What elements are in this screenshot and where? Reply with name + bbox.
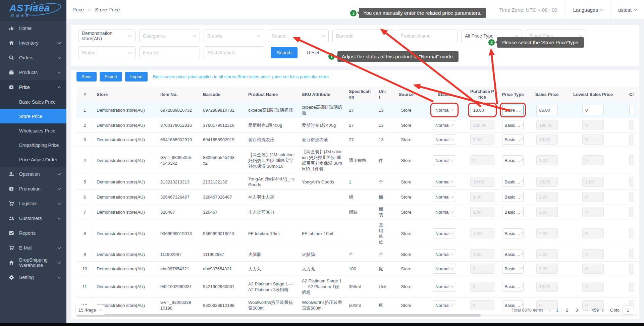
status-select[interactable]: Normal [433, 155, 456, 165]
sales-price-input[interactable]: 1.00 [536, 264, 558, 274]
sidebar-item-inventory[interactable]: Inventory [0, 36, 66, 50]
search-button[interactable]: Search [271, 47, 298, 58]
next-page-button[interactable]: › [602, 307, 604, 313]
page-button-3[interactable]: 3 [573, 308, 580, 313]
status-select[interactable]: Normal [433, 282, 456, 292]
status-select[interactable]: Normal [433, 192, 456, 202]
price-type-select[interactable]: Basic ... [502, 120, 524, 130]
status-select[interactable]: Normal [433, 249, 456, 259]
price-type-select[interactable]: Basic ... [502, 282, 524, 292]
sidebar-item-logistics[interactable]: Logistics [0, 196, 66, 211]
sales-price-input[interactable]: 2.00 [536, 228, 558, 238]
user-menu[interactable]: ustest [610, 0, 644, 19]
sales-price-input[interactable]: 20.00 [536, 177, 558, 187]
save-button[interactable]: Save [76, 72, 97, 82]
price-type-select[interactable]: Basic ... [502, 228, 524, 238]
sales-price-input[interactable]: 2.00 [536, 192, 558, 202]
price-type-select[interactable]: Basic ... [502, 207, 524, 217]
brands-filter[interactable]: Brands [204, 30, 264, 42]
product-name-input[interactable] [400, 33, 454, 39]
status-select[interactable]: Normal [433, 264, 456, 274]
lowest-sales-price-input[interactable]: 1.00 [582, 177, 604, 187]
status-select[interactable]: Normal [433, 120, 456, 130]
sidebar-item-orders[interactable]: Orders [0, 50, 66, 65]
lowest-sales-price-input[interactable]: 0 [582, 249, 604, 259]
prev-page-button[interactable]: ‹ [549, 307, 551, 313]
status-filter[interactable]: Status [78, 46, 136, 59]
export-button[interactable]: Export [100, 72, 122, 82]
lowest-sales-price-input[interactable]: 0 [582, 155, 604, 165]
status-select[interactable]: Normal [433, 207, 456, 217]
sales-price-input[interactable]: 10.00 [536, 282, 558, 292]
page-button-2[interactable]: 2 [564, 308, 570, 313]
lowest-sales-price-input[interactable]: 0 [582, 105, 604, 115]
sidebar-item-customers[interactable]: Customers [0, 211, 66, 226]
purchase-price-input[interactable]: 0 [470, 155, 494, 165]
price-type-select[interactable]: Basic ... [502, 155, 524, 165]
store-filter[interactable]: Demonstration store(AU) [78, 30, 136, 42]
lowest-sales-price-input[interactable]: 0 [582, 134, 604, 145]
breadcrumb-root[interactable]: Price [72, 7, 84, 12]
barcode-input[interactable] [336, 33, 389, 39]
lowest-sales-price-input[interactable]: 0 [582, 264, 604, 274]
categories-filter[interactable]: Categories [139, 30, 200, 42]
sidebar-item-setting[interactable]: Setting [0, 270, 66, 285]
lowest-sales-price-input[interactable]: 0 [582, 282, 604, 292]
price-type-select[interactable]: Basic ... [502, 264, 524, 274]
purchase-price-input[interactable]: 0 [470, 282, 494, 292]
sidebar-item-e-mall[interactable]: E-Mall [0, 240, 66, 255]
sidebar-item-dropshipping-warehouse[interactable]: DropShipping Warehouse [0, 255, 66, 270]
import-button[interactable]: Import [125, 72, 148, 82]
sku-attribute-input[interactable] [204, 46, 264, 59]
goto-page-input[interactable] [623, 305, 633, 315]
page-button-459[interactable]: 459 [591, 308, 599, 313]
barcode-input[interactable] [332, 30, 393, 42]
sidebar-item-home[interactable]: Home [0, 21, 66, 36]
sidebar-subitem-store-price[interactable]: Store Price [0, 109, 66, 123]
status-select[interactable]: Normal [433, 177, 456, 187]
purchase-price-input[interactable]: 1.00 [470, 192, 494, 202]
price-type-select[interactable]: Basic ... [502, 249, 524, 259]
purchase-price-input[interactable]: 10.00 [470, 177, 494, 187]
sidebar-subitem-price-adjust-order[interactable]: Price Adjust Order [0, 152, 66, 167]
sales-price-input[interactable]: 1.00 [536, 155, 558, 165]
purchase-price-input[interactable]: 105.00 [470, 120, 494, 130]
price-type-select[interactable]: Basic ... [502, 134, 524, 145]
sidebar-subitem-dropshipping-price[interactable]: Dropshipping Price [0, 138, 66, 152]
reset-button[interactable]: Reset [301, 47, 325, 58]
source-filter[interactable]: Source [268, 30, 329, 42]
price-type-select[interactable]: Basic ... [502, 192, 524, 202]
purchase-price-input[interactable]: 1.00 [470, 228, 494, 238]
price-type-select[interactable]: Basic ... [502, 177, 524, 187]
price-type-select[interactable]: Store ... [502, 105, 524, 115]
per-page-select[interactable]: 15 /Page [75, 305, 105, 315]
sales-price-input[interactable]: 198.00 [536, 120, 558, 130]
item-no-input[interactable] [139, 46, 200, 59]
sales-price-input[interactable]: 19.90 [536, 134, 558, 145]
lowest-sales-price-input[interactable]: 0 [582, 120, 604, 130]
sidebar-item-price[interactable]: ¥Price [0, 80, 66, 95]
languages-menu[interactable]: Languages [566, 0, 610, 19]
lowest-sales-price-input[interactable]: 0 [582, 228, 604, 238]
sku-attribute-input[interactable] [207, 50, 261, 55]
sidebar-item-operation[interactable]: Operation [0, 167, 66, 181]
lowest-sales-price-input[interactable]: 0 [582, 207, 604, 217]
purchase-price-input[interactable]: 0 [470, 264, 494, 274]
sales-price-input[interactable]: 86.00 [536, 105, 558, 115]
sidebar-item-products[interactable]: Products [0, 65, 66, 80]
status-select[interactable]: Normal [433, 105, 456, 115]
item-no-input[interactable] [143, 50, 196, 55]
status-select[interactable]: Normal [433, 134, 456, 145]
page-button-1[interactable]: 1 [554, 308, 560, 313]
sidebar-item-promotion[interactable]: ¥Promotion [0, 181, 66, 196]
sidebar-item-reports[interactable]: Reports [0, 226, 66, 240]
lowest-sales-price-input[interactable]: 0 [582, 192, 604, 202]
sidebar-subitem-wholesales-price[interactable]: Wholesales Price [0, 123, 66, 138]
purchase-price-input[interactable]: 9.00 [470, 134, 494, 145]
purchase-price-input[interactable]: 1.00 [470, 249, 494, 259]
purchase-price-input[interactable]: 18.00 [470, 105, 494, 115]
sidebar-subitem-basic-sales-price[interactable]: Basic Sales Price [0, 95, 66, 109]
purchase-price-input[interactable]: 1.00 [470, 207, 494, 217]
sales-price-input[interactable]: 2.00 [536, 249, 558, 259]
product-name-input[interactable] [397, 30, 458, 42]
